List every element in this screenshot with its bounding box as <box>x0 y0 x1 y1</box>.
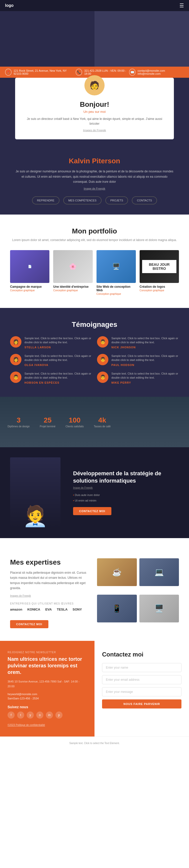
expertise-photos: ☕ 💻 📱 🖥️ <box>97 558 179 628</box>
stat-label-1: Diplômes de design <box>7 425 30 428</box>
social-twitter[interactable]: t <box>17 712 24 719</box>
stat-1: 3 Diplômes de design <box>7 416 30 428</box>
contact-name-input[interactable] <box>102 663 182 672</box>
testimonial-name-5: HOBSON EN ESPÉCES <box>25 381 92 384</box>
stat-3: 100 Clients satisfaits <box>66 416 84 428</box>
expertise-cta-button[interactable]: CONTACTEZ MOI <box>10 620 48 628</box>
testimonial-name-6: MIKE PERRY <box>111 381 179 384</box>
portfolio-item-4[interactable]: BEAU JOUR BISTRO Création de logos Conce… <box>140 250 179 295</box>
stat-number-2: 25 <box>40 416 55 424</box>
hero-bg-right <box>95 11 189 67</box>
testimonial-1: 👩 Sample text. Click to select the text … <box>10 336 92 349</box>
footer: Sample text. Click to select the Text El… <box>0 737 189 749</box>
testimonial-avatar-2: 👨 <box>97 336 108 347</box>
testimonial-text-2: Sample text. Click to select the text bo… <box>111 336 179 344</box>
testimonial-avatar-3: 👩 <box>10 354 22 365</box>
social-linkedin[interactable]: in <box>46 712 53 719</box>
testimonial-name-4: PAUL HODSON <box>111 364 179 367</box>
location-icon: 📍 <box>5 69 11 76</box>
portfolio-item-cat-4: Conception graphique <box>140 289 179 292</box>
social-pinterest[interactable]: p <box>55 712 63 719</box>
newsletter-col: REJOIGNEZ NOTRE NEWSLETTER Nam ultrices … <box>0 641 95 736</box>
testimonial-2: 👨 Sample text. Click to select the text … <box>97 336 179 349</box>
portfolio-item-title-2: Une identité d'entreprise <box>53 285 92 288</box>
contact-email-input[interactable] <box>102 675 182 684</box>
testimonial-text-6: Sample text. Click to select the text bo… <box>111 372 179 380</box>
testimonial-text-1: Sample text. Click to select the text bo… <box>25 336 92 344</box>
portfolio-item-3[interactable]: 🖥️ Site Web de conception Web Conception… <box>97 250 136 295</box>
dev-cta-button[interactable]: CONTACTEZ MOI <box>73 507 111 515</box>
testimonial-avatar-1: 👩 <box>10 336 22 347</box>
expertise-photo-4: 🖥️ <box>139 595 179 622</box>
portfolio-item-2[interactable]: 🌸 Une identité d'entreprise Conception g… <box>53 250 92 295</box>
greeting-title: Bonjour! <box>25 100 164 108</box>
dev-title: Développement de la stratégie de solutio… <box>73 470 179 484</box>
newsletter-email: heyworld@monsite.com <box>7 692 87 695</box>
intro-subtitle: Un peu sur moi <box>25 110 164 114</box>
nav-pill-reprendre[interactable]: REPRENDRE <box>32 196 60 205</box>
expertise-title: Mes expertises <box>10 558 92 566</box>
intro-image-link[interactable]: Images de Freepik <box>25 129 164 132</box>
nav-pill-contacts[interactable]: CONTACTS <box>132 196 157 205</box>
dev-content: Développement de la stratégie de solutio… <box>73 470 179 515</box>
nav-pill-projets[interactable]: PROJETS <box>105 196 128 205</box>
portfolio-thumb-1: 📄 <box>10 250 49 283</box>
contact-submit-button[interactable]: NOUS FAIRE PARVENIR <box>102 700 182 709</box>
portfolio-item-title-4: Création de logos <box>140 285 179 288</box>
testimonial-name-1: STELLA LARSON <box>25 346 92 349</box>
portfolio-thumb-2: 🌸 <box>53 250 92 283</box>
testimonial-text-5: Sample text. Click to select the text bo… <box>25 372 92 380</box>
portfolio-item-1[interactable]: 📄 Campagne de marque Conception graphiqu… <box>10 250 49 295</box>
expertise-text: Placerat sit nulla pellentesque dignissi… <box>10 570 92 591</box>
social-other[interactable]: o <box>36 712 43 719</box>
intro-section: 🧑 Bonjour! Un peu sur moi Je suis un dir… <box>0 78 189 147</box>
portfolio-item-cat-2: Conception graphique <box>53 289 92 292</box>
stat-number-3: 100 <box>66 416 84 424</box>
stat-label-4: Tasses de café <box>94 425 111 428</box>
portfolio-item-title-3: Site Web de conception Web <box>97 285 136 292</box>
newsletter-address: 3645 10 Sunrise Avenue, 123-456-7890 Saf… <box>7 679 87 688</box>
company-konica: KONICA <box>27 608 40 611</box>
portfolio-thumb-4: BEAU JOUR BISTRO <box>140 250 179 283</box>
portfolio-item-cat-3: Conception graphique <box>97 292 136 295</box>
newsletter-title: Nam ultrices ultrices nec tortor pulvina… <box>7 656 87 675</box>
header: logo ☰ <box>0 0 189 11</box>
social-youtube[interactable]: y <box>27 712 34 719</box>
social-facebook[interactable]: f <box>7 712 14 719</box>
testimonial-name-3: OLGA IVANOVA <box>25 364 92 367</box>
dev-bullet-2: Ut enim ad minim <box>73 498 179 503</box>
testimonial-3: 👩 Sample text. Click to select the text … <box>10 354 92 367</box>
company-sony: SONY <box>73 608 82 611</box>
nav-pill-competences[interactable]: MES COMPÉTENCES <box>63 196 102 205</box>
hero-background <box>0 11 189 67</box>
portfolio-title: Mon portfolio <box>10 227 179 235</box>
privacy-link[interactable]: ©2023 Politique de confidentialité <box>7 724 87 726</box>
portfolio-thumb-3: 🖥️ <box>97 250 136 283</box>
bottom-section: REJOIGNEZ NOTRE NEWSLETTER Nam ultrices … <box>0 641 189 736</box>
company-amazon: amazon <box>10 608 22 611</box>
stat-number-1: 3 <box>7 416 30 424</box>
testimonial-5: 👨 Sample text. Click to select the text … <box>10 372 92 384</box>
stat-label-3: Clients satisfaits <box>66 425 84 428</box>
about-image-link[interactable]: Image de Freepik <box>15 187 174 190</box>
testimonial-text-3: Sample text. Click to select the text bo… <box>25 354 92 362</box>
menu-icon[interactable]: ☰ <box>180 2 184 8</box>
stat-number-4: 4k <box>94 416 111 424</box>
about-section: Kalvin Piterson Je suis un designer numé… <box>0 147 189 214</box>
company-eva: EVA <box>45 608 52 611</box>
dev-image-link[interactable]: Image de Freepik <box>73 486 179 489</box>
intro-text: Je suis un directeur créatif basé à New … <box>25 117 164 126</box>
stat-2: 25 Projet terminé <box>40 416 55 428</box>
contact-title: Contactez moi <box>102 651 182 658</box>
contact-address: 📍 121 Rock Street, 21 Avenue, New York, … <box>5 69 76 76</box>
testimonials-title: Témoignages <box>10 320 179 329</box>
expertise-image-link[interactable]: Images de Freepik <box>10 594 92 597</box>
testimonial-6: 👨 Sample text. Click to select the text … <box>97 372 179 384</box>
expertise-text-col: Mes expertises Placerat sit nulla pellen… <box>10 558 92 628</box>
contact-email: ✉️ contact@monsite.com info@monsite.com <box>129 69 184 76</box>
about-text: Je suis un designer numérique amoureux d… <box>15 169 174 184</box>
portfolio-item-cat-1: Conception graphique <box>10 289 49 292</box>
contact-message-input[interactable] <box>102 687 182 696</box>
logo: logo <box>5 3 13 8</box>
expertise-photo-1: ☕ <box>97 558 137 586</box>
